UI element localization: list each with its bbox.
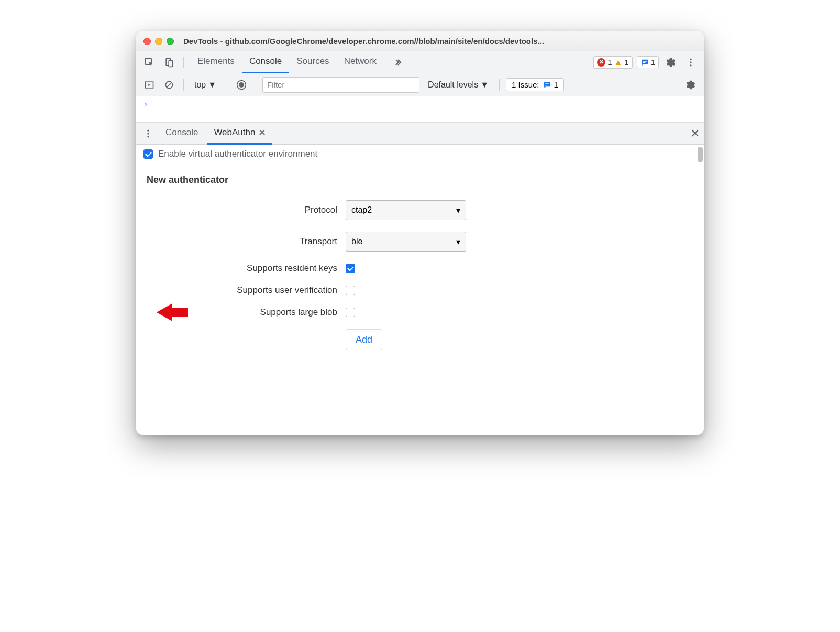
transport-select[interactable]: ble ▾ <box>346 232 466 252</box>
divider <box>227 79 227 91</box>
enable-virtual-auth-checkbox[interactable] <box>143 149 153 159</box>
more-tabs-icon[interactable] <box>390 55 406 70</box>
svg-point-16 <box>147 133 149 134</box>
scrollbar[interactable] <box>698 147 703 162</box>
drawer-menu-icon[interactable] <box>140 126 156 141</box>
device-toolbar-icon[interactable] <box>161 55 177 70</box>
svg-rect-4 <box>643 62 645 63</box>
svg-rect-3 <box>643 61 647 61</box>
traffic-lights <box>143 38 174 45</box>
enable-virtual-auth-row: Enable virtual authenticator environment <box>136 145 704 164</box>
filter-input[interactable] <box>262 77 419 93</box>
issues-count: 1 <box>554 80 558 89</box>
message-icon <box>640 58 649 67</box>
error-warning-badge[interactable]: ✕ 1 ▲ 1 <box>593 56 633 69</box>
protocol-value: ctap2 <box>351 205 372 215</box>
transport-label: Transport <box>147 236 346 247</box>
main-toolbar: Elements Console Sources Network ✕ 1 ▲ 1… <box>136 51 704 73</box>
maximize-window-button[interactable] <box>167 38 174 45</box>
chevron-down-icon: ▾ <box>456 205 460 215</box>
user-verification-label: Supports user verification <box>147 285 346 296</box>
divider <box>256 79 256 91</box>
message-count: 1 <box>651 58 655 67</box>
close-drawer-icon[interactable]: ✕ <box>690 127 700 140</box>
tab-network[interactable]: Network <box>337 51 384 73</box>
drawer-tab-label: WebAuthn <box>214 127 255 138</box>
svg-rect-2 <box>169 60 173 67</box>
svg-point-15 <box>147 129 149 131</box>
settings-icon[interactable] <box>663 55 679 70</box>
form-title: New authenticator <box>147 175 693 186</box>
minimize-window-button[interactable] <box>155 38 162 45</box>
close-tab-icon[interactable]: ✕ <box>258 127 266 138</box>
close-window-button[interactable] <box>143 38 151 45</box>
chevron-down-icon: ▼ <box>208 80 216 90</box>
resident-keys-checkbox[interactable] <box>346 264 355 273</box>
svg-point-17 <box>147 136 149 137</box>
console-prompt: › <box>143 100 148 108</box>
messages-badge[interactable]: 1 <box>637 56 659 68</box>
console-output[interactable]: › <box>136 96 704 123</box>
enable-virtual-auth-label: Enable virtual authenticator environment <box>158 149 317 159</box>
sidebar-toggle-icon[interactable] <box>141 77 157 93</box>
protocol-label: Protocol <box>147 205 346 215</box>
context-value: top <box>194 80 206 90</box>
kebab-menu-icon[interactable] <box>683 55 699 70</box>
console-toolbar: top ▼ Default levels ▼ 1 Issue: 1 <box>136 73 704 96</box>
live-expression-icon[interactable] <box>234 77 249 93</box>
error-icon: ✕ <box>597 58 605 67</box>
protocol-select[interactable]: ctap2 ▾ <box>346 200 466 220</box>
window-title: DevTools - github.com/GoogleChrome/devel… <box>183 37 697 46</box>
inspect-element-icon[interactable] <box>141 55 157 70</box>
divider <box>183 79 184 91</box>
user-verification-checkbox[interactable] <box>346 286 355 295</box>
svg-point-5 <box>690 58 691 60</box>
drawer-tab-console[interactable]: Console <box>159 123 204 145</box>
log-levels-dropdown[interactable]: Default levels ▼ <box>424 78 493 92</box>
issues-button[interactable]: 1 Issue: 1 <box>506 78 564 91</box>
clear-console-icon[interactable] <box>161 77 177 93</box>
error-count: 1 <box>607 58 612 67</box>
tab-elements[interactable]: Elements <box>190 51 242 73</box>
authenticator-form: New authenticator Protocol ctap2 ▾ Trans… <box>136 164 704 435</box>
main-tabs: Elements Console Sources Network <box>190 51 384 73</box>
warning-icon: ▲ <box>614 58 622 67</box>
svg-point-7 <box>690 64 691 66</box>
chevron-down-icon: ▼ <box>480 80 489 90</box>
chevron-down-icon: ▾ <box>456 237 460 247</box>
drawer-tabs: Console WebAuthn ✕ ✕ <box>136 123 704 145</box>
drawer-tab-webauthn[interactable]: WebAuthn ✕ <box>207 123 272 145</box>
context-dropdown[interactable]: top ▼ <box>190 78 220 92</box>
message-icon <box>543 81 551 89</box>
issues-label: 1 Issue: <box>512 80 539 89</box>
tab-sources[interactable]: Sources <box>289 51 336 73</box>
tab-console[interactable]: Console <box>242 51 289 73</box>
resident-keys-label: Supports resident keys <box>147 263 346 274</box>
svg-point-11 <box>239 82 244 88</box>
divider <box>499 79 500 91</box>
svg-line-10 <box>167 82 172 88</box>
warning-count: 1 <box>624 58 628 67</box>
svg-rect-13 <box>545 83 549 84</box>
console-settings-icon[interactable] <box>683 77 699 93</box>
add-button[interactable]: Add <box>346 329 382 350</box>
svg-point-6 <box>690 61 691 63</box>
large-blob-checkbox[interactable] <box>346 308 355 317</box>
annotation-arrow-icon <box>154 299 191 325</box>
transport-value: ble <box>351 237 362 246</box>
titlebar: DevTools - github.com/GoogleChrome/devel… <box>136 31 704 51</box>
divider <box>183 57 184 68</box>
levels-value: Default levels <box>428 80 478 90</box>
svg-rect-14 <box>545 85 547 85</box>
devtools-window: DevTools - github.com/GoogleChrome/devel… <box>136 31 704 435</box>
